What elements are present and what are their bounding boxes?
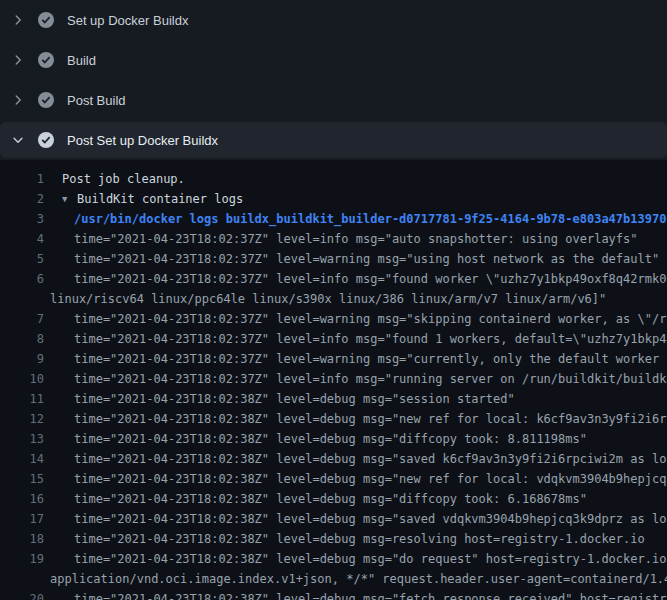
log-line-number[interactable]: 1 (0, 169, 44, 189)
log-line: 18 time="2021-04-23T18:02:38Z" level=deb… (0, 529, 667, 549)
step-label: Post Build (67, 93, 126, 108)
step-build[interactable]: Build (0, 40, 667, 80)
chevron-right-icon[interactable] (10, 52, 26, 68)
log-line-number[interactable]: 10 (0, 369, 44, 389)
step-set-up-docker-buildx[interactable]: Set up Docker Buildx (0, 0, 667, 40)
log-line: 2 ▼BuildKit container logs (0, 189, 667, 209)
log-line: 20 time="2021-04-23T18:02:38Z" level=deb… (0, 589, 667, 600)
log-line-number[interactable]: 15 (0, 469, 44, 489)
log-line-text: time="2021-04-23T18:02:38Z" level=debug … (74, 469, 667, 489)
log-line-number[interactable]: 17 (0, 509, 44, 529)
log-line: 11 time="2021-04-23T18:02:38Z" level=deb… (0, 389, 667, 409)
log-line-number[interactable]: 13 (0, 429, 44, 449)
chevron-down-icon[interactable] (10, 132, 26, 148)
log-line-number[interactable]: 6 (0, 269, 44, 289)
check-circle-icon (38, 12, 54, 28)
log-line: application/vnd.oci.image.index.v1+json,… (0, 569, 667, 589)
log-line: 15 time="2021-04-23T18:02:38Z" level=deb… (0, 469, 667, 489)
log-line-number[interactable]: 4 (0, 229, 44, 249)
log-line-text: time="2021-04-23T18:02:38Z" level=debug … (74, 529, 645, 549)
log-line-number[interactable] (0, 569, 44, 589)
log-line-text: time="2021-04-23T18:02:37Z" level=info m… (74, 229, 638, 249)
log-line-text: /usr/bin/docker logs buildx_buildkit_bui… (74, 209, 666, 229)
log-line-text: time="2021-04-23T18:02:37Z" level=warnin… (74, 309, 667, 329)
log-line: 13 time="2021-04-23T18:02:38Z" level=deb… (0, 429, 667, 449)
log-line-number[interactable]: 9 (0, 349, 44, 369)
log-line: 7 time="2021-04-23T18:02:37Z" level=warn… (0, 309, 667, 329)
log-line-text: time="2021-04-23T18:02:37Z" level=warnin… (74, 349, 667, 369)
log-line-text: time="2021-04-23T18:02:38Z" level=debug … (74, 589, 667, 600)
log-line: 1 Post job cleanup. (0, 169, 667, 189)
log-line-number[interactable]: 3 (0, 209, 44, 229)
check-circle-icon (38, 92, 54, 108)
check-circle-icon (38, 52, 54, 68)
step-post-build[interactable]: Post Build (0, 80, 667, 120)
group-collapse-icon[interactable]: ▼ (62, 189, 77, 209)
log-line-number[interactable]: 16 (0, 489, 44, 509)
log-line: 4 time="2021-04-23T18:02:37Z" level=info… (0, 229, 667, 249)
log-line-number[interactable]: 8 (0, 329, 44, 349)
log-line-text: time="2021-04-23T18:02:38Z" level=debug … (74, 549, 667, 569)
log-line-number[interactable] (0, 289, 44, 309)
log-line-text: time="2021-04-23T18:02:38Z" level=debug … (74, 509, 667, 529)
chevron-right-icon[interactable] (10, 12, 26, 28)
log-line: 9 time="2021-04-23T18:02:37Z" level=warn… (0, 349, 667, 369)
log-line-number[interactable]: 12 (0, 409, 44, 429)
log-line-number[interactable]: 5 (0, 249, 44, 269)
log-line-text: time="2021-04-23T18:02:38Z" level=debug … (74, 409, 667, 429)
log-line-text: time="2021-04-23T18:02:38Z" level=debug … (74, 429, 587, 449)
log-line: 5 time="2021-04-23T18:02:37Z" level=warn… (0, 249, 667, 269)
log-line-number[interactable]: 7 (0, 309, 44, 329)
log-line-text: time="2021-04-23T18:02:38Z" level=debug … (74, 389, 515, 409)
log-viewer[interactable]: 1 Post job cleanup. 2 ▼BuildKit containe… (0, 160, 667, 600)
log-line: 10 time="2021-04-23T18:02:37Z" level=inf… (0, 369, 667, 389)
log-line-number[interactable]: 14 (0, 449, 44, 469)
log-line-text: time="2021-04-23T18:02:37Z" level=warnin… (74, 249, 659, 269)
step-label: Post Set up Docker Buildx (67, 133, 218, 148)
log-line-number[interactable]: 11 (0, 389, 44, 409)
check-circle-icon (38, 132, 54, 148)
log-line-text: application/vnd.oci.image.index.v1+json,… (50, 569, 667, 589)
chevron-right-icon[interactable] (10, 92, 26, 108)
log-line-number[interactable]: 2 (0, 189, 44, 209)
step-list: Set up Docker Buildx Build Post Build Po… (0, 0, 667, 158)
step-label: Build (67, 53, 96, 68)
log-line-number[interactable]: 18 (0, 529, 44, 549)
step-post-set-up-docker-buildx[interactable]: Post Set up Docker Buildx (0, 122, 667, 158)
log-line-text: time="2021-04-23T18:02:37Z" level=info m… (74, 369, 667, 389)
log-line: 12 time="2021-04-23T18:02:38Z" level=deb… (0, 409, 667, 429)
log-line: 14 time="2021-04-23T18:02:38Z" level=deb… (0, 449, 667, 469)
log-line-text: time="2021-04-23T18:02:38Z" level=debug … (74, 489, 587, 509)
log-line-number[interactable]: 20 (0, 589, 44, 600)
log-line-text: ▼BuildKit container logs (62, 189, 243, 209)
log-line-text: time="2021-04-23T18:02:38Z" level=debug … (74, 449, 667, 469)
step-label: Set up Docker Buildx (67, 13, 188, 28)
log-line-text: time="2021-04-23T18:02:37Z" level=info m… (74, 269, 667, 289)
log-line: 8 time="2021-04-23T18:02:37Z" level=info… (0, 329, 667, 349)
log-line: 6 time="2021-04-23T18:02:37Z" level=info… (0, 269, 667, 289)
log-line: linux/riscv64 linux/ppc64le linux/s390x … (0, 289, 667, 309)
log-line: 19 time="2021-04-23T18:02:38Z" level=deb… (0, 549, 667, 569)
log-line-number[interactable]: 19 (0, 549, 44, 569)
log-line: 17 time="2021-04-23T18:02:38Z" level=deb… (0, 509, 667, 529)
log-line: 16 time="2021-04-23T18:02:38Z" level=deb… (0, 489, 667, 509)
log-line: 3 /usr/bin/docker logs buildx_buildkit_b… (0, 209, 667, 229)
log-line-text: Post job cleanup. (62, 169, 185, 189)
log-line-text: time="2021-04-23T18:02:37Z" level=info m… (74, 329, 667, 349)
log-line-text: linux/riscv64 linux/ppc64le linux/s390x … (50, 289, 606, 309)
